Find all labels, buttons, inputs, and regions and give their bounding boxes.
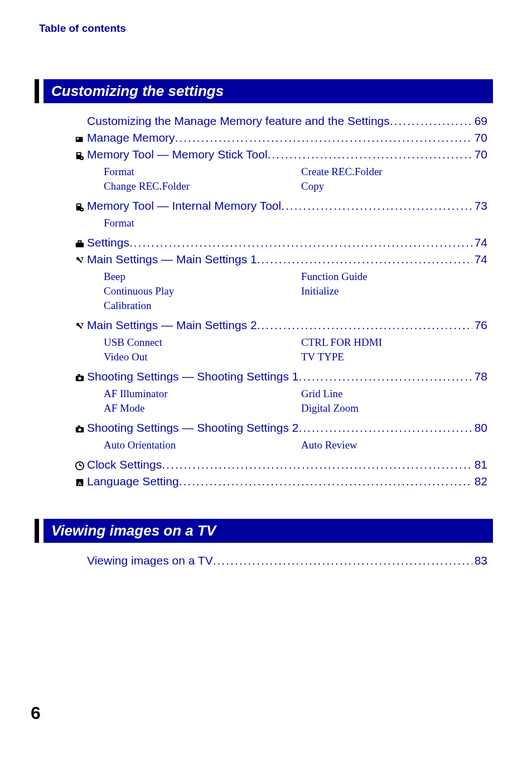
toc-entry-page: 81 <box>472 458 487 471</box>
toc-dots <box>298 421 472 435</box>
toc-sub-item[interactable]: CTRL FOR HDMI <box>301 335 487 350</box>
toc-sub-grid: FormatCreate REC.FolderChange REC.Folder… <box>104 165 487 194</box>
toc-entry-page: 70 <box>472 131 487 144</box>
toc-entry[interactable]: Manage Memory70 <box>72 131 487 144</box>
toc-sub-item[interactable]: Video Out <box>104 350 290 364</box>
svg-text:T: T <box>81 256 84 262</box>
toc-sub-item[interactable]: Function Guide <box>301 269 487 284</box>
memory-tool-icon <box>72 150 87 161</box>
toc-entry-label: Language Setting <box>87 475 179 488</box>
toc-sub-item[interactable]: Change REC.Folder <box>104 179 290 194</box>
toc-entry[interactable]: Viewing images on a TV83 <box>72 554 487 567</box>
language-icon: A <box>72 476 87 488</box>
toc-entry-label: Main Settings — Main Settings 2 <box>87 319 257 332</box>
toc-entry[interactable]: Memory Tool — Memory Stick Tool70 <box>72 148 487 161</box>
toc-dots <box>129 236 472 249</box>
toc-sub-grid: Format <box>104 216 487 230</box>
toc-entry-page: 73 <box>472 199 487 213</box>
wrench-t-icon: T <box>72 254 87 266</box>
toc-dots <box>390 114 472 128</box>
toc-sub-grid: AF IlluminatorGrid LineAF ModeDigital Zo… <box>104 387 487 416</box>
toc-entry[interactable]: Shooting Settings — Shooting Settings 17… <box>72 370 487 383</box>
wrench-t-icon: T <box>72 320 87 332</box>
toc-sub-item[interactable]: AF Mode <box>104 401 290 416</box>
toc-entry-label: Shooting Settings — Shooting Settings 1 <box>87 370 298 383</box>
svg-point-5 <box>81 157 83 159</box>
toc-sub-item[interactable]: Format <box>104 165 290 179</box>
svg-rect-15 <box>78 374 80 376</box>
svg-rect-3 <box>78 153 80 155</box>
toc-entry-page: 69 <box>472 114 487 128</box>
section-header: Customizing the settings <box>39 79 493 103</box>
toc-dots <box>257 253 472 266</box>
camera-icon <box>72 372 87 383</box>
toc-sub-item[interactable]: Digital Zoom <box>301 401 487 416</box>
toc-entry[interactable]: Settings74 <box>72 236 487 249</box>
toc-entry-page: 74 <box>472 236 487 249</box>
svg-text:A: A <box>78 480 81 486</box>
svg-rect-11 <box>78 241 81 243</box>
toc-entry[interactable]: TMain Settings — Main Settings 276 <box>72 319 487 332</box>
toc-sub-item[interactable]: Auto Orientation <box>104 438 290 452</box>
memory-tab-icon <box>72 133 87 144</box>
toc-sub-item[interactable]: Initialize <box>301 284 487 298</box>
toc-entry[interactable]: Shooting Settings — Shooting Settings 28… <box>72 421 487 435</box>
svg-rect-18 <box>78 426 80 427</box>
toc-sub-item[interactable]: Grid Line <box>301 387 487 401</box>
toc-entry[interactable]: Customizing the Manage Memory feature an… <box>72 114 487 128</box>
toc-sub-grid: Auto OrientationAuto Review <box>104 438 487 452</box>
toc-sub-item[interactable]: Copy <box>301 179 487 194</box>
toc-entry-label: Clock Settings <box>87 458 162 471</box>
svg-rect-7 <box>78 205 80 206</box>
toc-entry-page: 70 <box>472 148 487 161</box>
svg-point-16 <box>78 377 81 380</box>
toc-entry[interactable]: Clock Settings81 <box>72 458 487 471</box>
toc-entry-label: Settings <box>87 236 129 249</box>
clock-icon <box>72 460 87 471</box>
svg-rect-1 <box>77 138 79 139</box>
toc-entry-label: Viewing images on a TV <box>87 554 213 567</box>
toc-dots <box>175 131 472 144</box>
toc-entry[interactable]: Memory Tool — Internal Memory Tool73 <box>72 199 487 213</box>
toc-sub-grid: USB ConnectCTRL FOR HDMIVideo OutTV TYPE <box>104 335 487 364</box>
toc-dots <box>213 554 472 567</box>
toc-entry[interactable]: ALanguage Setting82 <box>72 475 487 488</box>
toc-entry-page: 76 <box>472 319 487 332</box>
camera-icon <box>72 423 87 435</box>
toc-sub-item[interactable]: Beep <box>104 269 290 284</box>
toc-sub-item[interactable]: USB Connect <box>104 335 290 350</box>
toc-sub-item <box>301 216 487 230</box>
toc-sub-item[interactable]: TV TYPE <box>301 350 487 364</box>
toc-sub-item[interactable]: Auto Review <box>301 438 487 452</box>
page-number: 6 <box>31 703 41 724</box>
page-header: Table of contents <box>39 22 493 35</box>
toc-sub-item[interactable]: AF Illuminator <box>104 387 290 401</box>
toolbox-icon <box>72 238 87 249</box>
section-header: Viewing images on a TV <box>39 519 493 543</box>
toc-sub-item[interactable]: Format <box>104 216 290 230</box>
toc-dots <box>281 199 472 213</box>
toc-entry[interactable]: TMain Settings — Main Settings 174 <box>72 253 487 266</box>
toc-section-body: Customizing the Manage Memory feature an… <box>72 114 487 488</box>
toc-sub-item[interactable]: Continuous Play <box>104 284 290 298</box>
toc-dots <box>162 458 472 471</box>
toc-entry-page: 82 <box>472 475 487 488</box>
toc-entry-page: 78 <box>472 370 487 383</box>
toc-sub-item <box>301 298 487 313</box>
toc-sub-item[interactable]: Calibration <box>104 298 290 313</box>
toc-dots <box>257 319 472 332</box>
toc-entry-label: Memory Tool — Internal Memory Tool <box>87 199 281 213</box>
toc-entry-label: Customizing the Manage Memory feature an… <box>87 114 390 128</box>
memory-tool-icon <box>72 201 87 213</box>
toc-sub-item[interactable]: Create REC.Folder <box>301 165 487 179</box>
toc-entry-page: 74 <box>472 253 487 266</box>
toc-entry-label: Shooting Settings — Shooting Settings 2 <box>87 421 298 435</box>
toc-entry-page: 80 <box>472 421 487 435</box>
toc-dots <box>268 148 472 161</box>
toc-dots <box>179 475 472 488</box>
toc-entry-label: Memory Tool — Memory Stick Tool <box>87 148 268 161</box>
toc-entry-page: 83 <box>472 554 487 567</box>
toc-dots <box>298 370 472 383</box>
svg-text:T: T <box>81 322 84 327</box>
toc-section-body: Viewing images on a TV83 <box>72 554 487 567</box>
